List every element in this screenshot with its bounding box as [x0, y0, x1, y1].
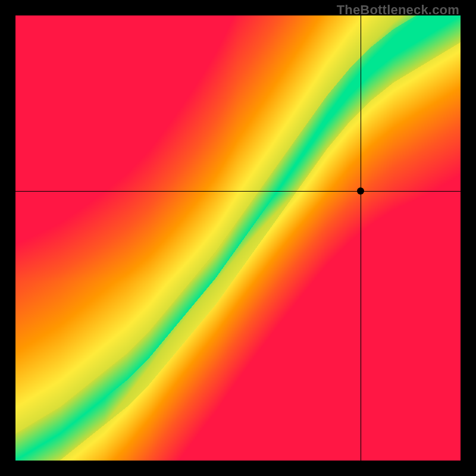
heatmap-canvas — [15, 15, 461, 461]
chart-frame: TheBottleneck.com — [0, 0, 476, 476]
heatmap-plot-area — [15, 15, 461, 461]
watermark-text: TheBottleneck.com — [337, 2, 459, 18]
crosshair-vertical — [361, 15, 361, 461]
crosshair-horizontal — [15, 191, 461, 192]
selection-marker — [357, 187, 364, 195]
